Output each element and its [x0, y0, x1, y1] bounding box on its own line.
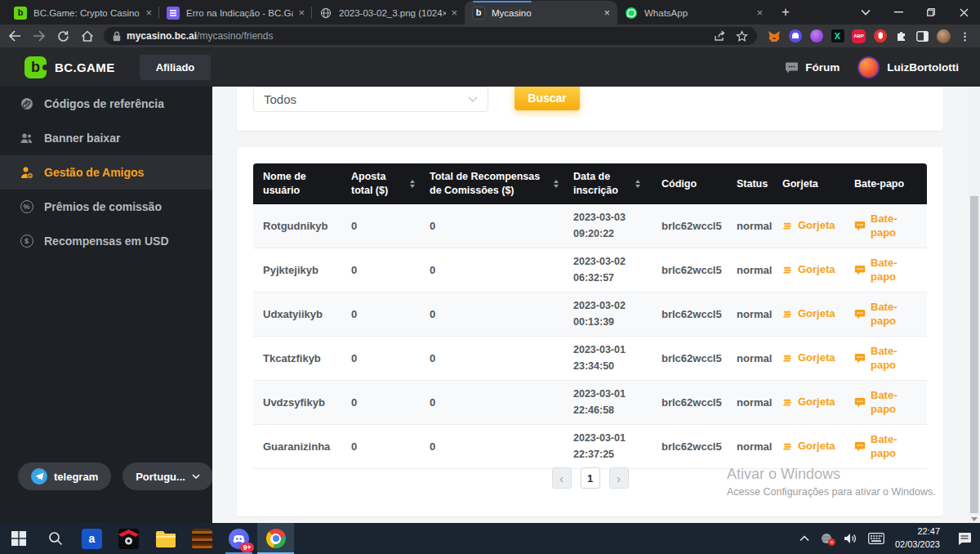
address-bar[interactable]: mycasino.bc.ai/mycasino/friends [104, 27, 757, 45]
tip-link[interactable]: Gorjeta [782, 395, 840, 409]
col-bet-total: Aposta total ($) [351, 170, 400, 198]
network-disconnected-icon[interactable]: × [820, 533, 833, 544]
extensions-puzzle-icon[interactable] [894, 29, 908, 43]
taskbar-chrome[interactable] [257, 523, 294, 554]
share-icon[interactable] [714, 30, 726, 42]
minimize-button[interactable] [882, 0, 915, 25]
cell-code: brlc62wccl5 [652, 440, 727, 453]
user-menu[interactable]: LuizBortolotti [858, 56, 959, 78]
forward-icon[interactable] [33, 30, 46, 42]
page-number[interactable]: 1 [581, 467, 600, 489]
sort-icon[interactable] [635, 180, 640, 188]
lock-icon[interactable] [113, 31, 121, 42]
cell-commission-rewards: 0 [420, 308, 564, 320]
back-icon[interactable] [8, 30, 21, 42]
folder-icon [155, 530, 176, 547]
tab-close-icon[interactable]: × [298, 7, 305, 18]
cell-signup-date: 2023-03-01 23:34:50 [564, 342, 652, 374]
taskbar-wood-app[interactable] [184, 523, 220, 554]
telegram-button[interactable]: telegram [18, 462, 111, 490]
adblock-plus-icon[interactable]: ABP [852, 29, 866, 43]
scrollbar-thumb[interactable] [970, 196, 978, 513]
tab-mycasino-active[interactable]: b Mycasino × [465, 1, 617, 25]
chat-link[interactable]: Bate-papo [854, 433, 922, 461]
maximize-button[interactable] [915, 0, 947, 25]
home-icon[interactable] [81, 30, 94, 42]
tab-close-icon[interactable]: × [145, 7, 152, 18]
table-row: Guaranizinha 0 0 2023-03-01 22:37:25 brl… [253, 425, 927, 469]
cell-username: Guaranizinha [253, 440, 341, 453]
chat-link[interactable]: Bate-papo [854, 301, 922, 328]
col-signup-date: Data de inscrição [573, 170, 626, 198]
filter-dropdown[interactable]: Todos [253, 87, 488, 112]
purple-swirl-icon[interactable] [809, 29, 823, 43]
col-code: Código [662, 177, 697, 191]
sort-icon[interactable] [410, 180, 415, 188]
chat-link[interactable]: Bate-papo [854, 257, 922, 284]
tab-loading-bar [473, 1, 532, 2]
notification-center-icon[interactable] [957, 532, 972, 545]
taskbar-file-explorer[interactable] [147, 523, 184, 554]
affiliate-nav-button[interactable]: Afiliado [140, 55, 212, 80]
tray-time: 22:47 [917, 526, 940, 536]
profile-avatar-icon[interactable] [937, 29, 951, 43]
tab-close-icon[interactable]: × [604, 7, 610, 18]
friends-table-header: Nome de usuário Aposta total ($) Total d… [253, 163, 927, 204]
tab-close-icon[interactable]: × [451, 7, 457, 18]
coins-icon [782, 353, 793, 364]
tab-bcgame-crypto[interactable]: b BC.Game: Crypto Casino Gam × [7, 1, 159, 25]
chat-link[interactable]: Bate-papo [854, 345, 922, 373]
start-button[interactable] [0, 523, 37, 554]
new-tab-button[interactable]: + [775, 2, 796, 23]
tip-link[interactable]: Gorjeta [782, 219, 840, 233]
volume-icon[interactable] [844, 533, 858, 544]
taskbar-amd-app[interactable]: a [74, 523, 110, 554]
globe-favicon [319, 7, 332, 20]
taskbar-clock[interactable]: 22:47 02/03/2023 [895, 525, 940, 552]
filter-card: Todos Buscar [237, 87, 943, 131]
sidebar-item-friends-management[interactable]: Gestão de Amigos [0, 155, 212, 190]
tab-close-icon[interactable]: × [756, 7, 763, 18]
page-scrollbar[interactable] [969, 87, 980, 523]
forum-link[interactable]: Fórum [785, 61, 840, 74]
tab-whatsapp[interactable]: WhatsApp × [617, 1, 770, 25]
phantom-ghost-icon[interactable] [788, 29, 802, 43]
tip-link[interactable]: Gorjeta [782, 307, 840, 321]
x-green-icon[interactable]: X [831, 29, 844, 43]
taskbar-game-app[interactable] [110, 523, 147, 554]
cell-signup-date: 2023-03-01 22:37:25 [564, 431, 652, 462]
scrollbar-down-arrow-icon[interactable] [971, 517, 978, 521]
close-window-button[interactable] [947, 0, 980, 25]
chat-bubble-icon [854, 441, 866, 452]
next-page-button[interactable]: › [609, 467, 629, 489]
cell-username: Uvdzsyfikyb [253, 396, 341, 409]
sort-icon[interactable] [554, 180, 559, 188]
prev-page-button[interactable]: ‹ [552, 467, 572, 489]
tray-chevron-up-icon[interactable] [800, 535, 809, 542]
hand-stop-icon[interactable] [873, 29, 887, 43]
reload-icon[interactable] [57, 30, 69, 42]
language-selector[interactable]: Portugu... [122, 462, 213, 490]
tab-search-chevron-icon[interactable] [849, 0, 882, 25]
taskbar-search-button[interactable] [37, 523, 74, 554]
bookmark-star-icon[interactable] [736, 30, 748, 42]
tab-erro-indicacao[interactable]: Erro na Indicação - BC.Game × [159, 1, 312, 25]
chat-link[interactable]: Bate-papo [854, 389, 922, 417]
taskbar-discord[interactable]: 9+ [220, 523, 257, 554]
tip-link[interactable]: Gorjeta [782, 440, 840, 453]
bcgame-logo[interactable]: b BC.GAME [24, 56, 115, 78]
sidebar-item-commission-prizes[interactable]: % Prêmios de comissão [0, 190, 212, 224]
side-panel-icon[interactable] [915, 29, 929, 43]
chat-link[interactable]: Bate-papo [854, 212, 922, 240]
chrome-menu-icon[interactable]: ⋮ [958, 29, 972, 43]
tab-png-image[interactable]: 2023-03-02_3.png (1024×76 × [312, 1, 465, 25]
sidebar-item-banner-download[interactable]: Banner baixar [0, 121, 212, 155]
search-button[interactable]: Buscar [514, 87, 580, 110]
tip-link[interactable]: Gorjeta [782, 263, 840, 277]
tip-link[interactable]: Gorjeta [782, 351, 840, 365]
cell-username: Udxatyiikyb [253, 308, 341, 320]
sidebar-item-usd-rewards[interactable]: $ Recompensas em USD [0, 224, 212, 258]
sidebar-item-referral-codes[interactable]: Códigos de referência [0, 87, 212, 121]
touch-keyboard-icon[interactable] [868, 533, 884, 544]
metamask-fox-icon[interactable] [767, 29, 781, 43]
